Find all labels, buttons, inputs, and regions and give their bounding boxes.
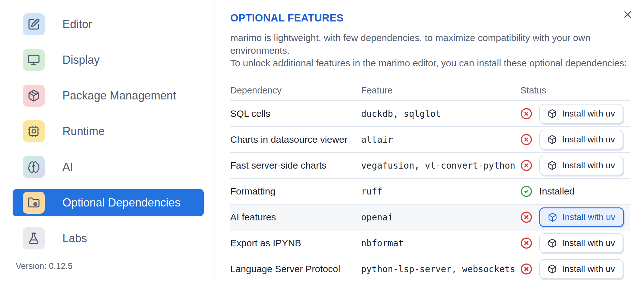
status-cell: Install with uv	[520, 259, 630, 279]
sidebar-item-ai[interactable]: AI	[13, 153, 204, 181]
folder-cog-icon	[27, 196, 40, 209]
header-status: Status	[520, 85, 630, 96]
install-with-uv-button[interactable]: Install with uv	[539, 259, 623, 279]
sidebar-item-icon-tile	[23, 192, 45, 214]
package-icon	[27, 89, 40, 102]
sidebar-item-icon-tile	[23, 120, 45, 142]
status-cell: Install with uv	[520, 233, 630, 253]
monitor-icon	[27, 54, 40, 66]
install-with-uv-button[interactable]: Install with uv	[539, 130, 623, 149]
header-dependency: Dependency	[230, 85, 361, 96]
status-cell: Install with uv	[520, 156, 630, 175]
sidebar-item-icon-tile	[23, 49, 45, 71]
sidebar-item-optional-dependencies[interactable]: Optional Dependencies	[13, 189, 204, 216]
install-button-label: Install with uv	[562, 238, 615, 248]
feature-cell: python-lsp-server, websockets	[361, 264, 520, 274]
box-icon	[547, 135, 557, 144]
status-cell: Install with uv	[520, 207, 630, 227]
dependency-cell: Fast server-side charts	[230, 160, 361, 171]
description-line-2: To unlock additional features in the mar…	[230, 58, 627, 68]
sidebar-item-label: Optional Dependencies	[62, 196, 180, 209]
sidebar-item-label: Labs	[62, 232, 87, 245]
flask-icon	[27, 232, 40, 245]
header-feature: Feature	[361, 85, 520, 96]
table-row: Export as IPYNB nbformat Install with uv	[230, 230, 630, 256]
circle-x-icon	[520, 211, 532, 223]
sidebar-item-labs[interactable]: Labs	[13, 225, 204, 252]
circle-x-icon	[520, 263, 532, 275]
version-label: Version: 0.12.5	[16, 261, 73, 271]
sidebar-item-icon-tile	[23, 85, 45, 107]
status-cell: Install with uv	[520, 130, 630, 149]
sidebar-item-list: Editor Display Package Management Runtim…	[0, 11, 214, 252]
circle-x-icon	[520, 108, 532, 120]
box-icon	[547, 264, 557, 274]
dependency-cell: SQL cells	[230, 108, 361, 119]
feature-cell: openai	[361, 212, 520, 223]
sidebar-item-icon-tile	[23, 156, 45, 178]
settings-dialog: Editor Display Package Management Runtim…	[0, 0, 644, 281]
install-button-label: Install with uv	[562, 160, 615, 170]
dependency-cell: Formatting	[230, 186, 361, 197]
table-row: Fast server-side charts vegafusion, vl-c…	[230, 153, 630, 179]
brain-icon	[27, 161, 40, 173]
table-row: Formatting ruff Installed	[230, 179, 630, 205]
sidebar-item-icon-tile	[23, 13, 45, 35]
table-body: SQL cells duckdb, sqlglot Install with u…	[230, 101, 630, 281]
dependency-cell: Language Server Protocol	[230, 264, 361, 274]
cpu-icon	[27, 125, 40, 138]
dialog-description: marimo is lightweight, with few dependen…	[230, 32, 630, 69]
page-title: OPTIONAL FEATURES	[230, 12, 630, 24]
box-icon	[547, 109, 557, 118]
status-cell: Install with uv	[520, 104, 630, 123]
install-with-uv-button[interactable]: Install with uv	[539, 233, 623, 253]
description-line-1: marimo is lightweight, with few dependen…	[230, 33, 590, 56]
sidebar-item-package-management[interactable]: Package Management	[13, 82, 204, 109]
install-button-label: Install with uv	[562, 135, 615, 145]
install-with-uv-button[interactable]: Install with uv	[539, 104, 623, 123]
dependency-cell: Export as IPYNB	[230, 238, 361, 248]
feature-cell: nbformat	[361, 238, 520, 248]
sidebar-item-runtime[interactable]: Runtime	[13, 118, 204, 145]
sidebar-item-label: Package Management	[62, 89, 176, 102]
install-button-label: Install with uv	[562, 264, 615, 274]
optional-features-panel: OPTIONAL FEATURES marimo is lightweight,…	[214, 0, 644, 281]
feature-cell: vegafusion, vl-convert-python	[361, 160, 520, 171]
square-pen-icon	[27, 18, 40, 31]
install-with-uv-button[interactable]: Install with uv	[539, 156, 623, 175]
box-icon	[547, 161, 557, 170]
sidebar-item-icon-tile	[23, 227, 45, 249]
box-icon	[548, 212, 557, 222]
installed-status-text: Installed	[539, 186, 575, 197]
box-icon	[547, 238, 557, 248]
sidebar-item-display[interactable]: Display	[13, 46, 204, 74]
circle-x-icon	[520, 134, 532, 146]
sidebar-item-editor[interactable]: Editor	[13, 11, 204, 38]
status-cell: Installed	[520, 185, 630, 197]
feature-cell: duckdb, sqlglot	[361, 109, 520, 119]
optional-dependencies-table: Dependency Feature Status SQL cells duck…	[230, 80, 630, 281]
sidebar-item-label: AI	[62, 160, 73, 174]
install-button-label: Install with uv	[562, 109, 615, 119]
table-row: Language Server Protocol python-lsp-serv…	[230, 256, 630, 281]
install-button-label: Install with uv	[562, 212, 615, 222]
table-row: Charts in datasource viewer altair Insta…	[230, 127, 630, 153]
circle-x-icon	[520, 159, 532, 171]
feature-cell: altair	[361, 135, 520, 145]
dependency-cell: Charts in datasource viewer	[230, 134, 361, 145]
circle-check-icon	[520, 185, 532, 197]
circle-x-icon	[520, 237, 532, 249]
sidebar-item-label: Display	[62, 53, 100, 67]
table-header-row: Dependency Feature Status	[230, 80, 630, 101]
dependency-cell: AI features	[230, 212, 361, 223]
sidebar-item-label: Runtime	[62, 125, 105, 138]
table-row: AI features openai Install with uv	[230, 205, 630, 230]
table-row: SQL cells duckdb, sqlglot Install with u…	[230, 101, 630, 127]
sidebar-item-label: Editor	[62, 18, 92, 31]
install-with-uv-button[interactable]: Install with uv	[539, 207, 624, 227]
feature-cell: ruff	[361, 186, 520, 197]
settings-sidebar: Editor Display Package Management Runtim…	[0, 0, 214, 281]
close-icon[interactable]	[620, 7, 635, 22]
